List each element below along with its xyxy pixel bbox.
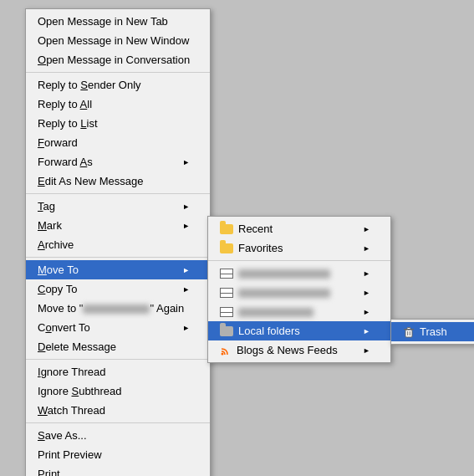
submenu-item-favorites[interactable]: Favorites ►	[208, 238, 390, 258]
submenu-arrow-move-to: ►	[182, 266, 190, 274]
submenu-arrow-favorites: ►	[363, 244, 370, 253]
submenu-item-blogs[interactable]: Blogs & News Feeds ►	[208, 340, 390, 360]
email-icon-account3	[220, 307, 233, 317]
submenu-item-account2[interactable]: ►	[208, 283, 390, 302]
submenu-item-recent[interactable]: Recent ►	[208, 219, 390, 238]
separator-1	[26, 72, 210, 73]
menu-item-save-as[interactable]: Save As...	[26, 426, 210, 445]
menu-item-copy-to[interactable]: Copy To ►	[26, 279, 210, 299]
menu-item-move-to[interactable]: Move To ►	[26, 260, 210, 279]
move-to-submenu: Recent ► Favorites ► ► ► ► Local folders…	[207, 216, 391, 363]
separator-4	[26, 359, 210, 360]
separator-move-1	[208, 260, 390, 261]
rss-icon-blogs	[220, 345, 232, 356]
submenu-item-account1[interactable]: ►	[208, 264, 390, 283]
menu-item-open-new-window[interactable]: Open Message in New Window	[26, 31, 210, 50]
svg-point-5	[222, 352, 224, 355]
submenu-arrow-recent: ►	[363, 225, 370, 233]
trash-icon	[403, 326, 415, 338]
menu-item-forward-as[interactable]: Forward As ►	[26, 152, 210, 171]
menu-item-mark[interactable]: Mark ►	[26, 216, 210, 235]
email-icon-account2	[220, 288, 233, 298]
menu-item-edit-new[interactable]: Edit As New Message	[26, 171, 210, 191]
menu-item-ignore-thread[interactable]: Ignore Thread	[26, 362, 210, 381]
menu-item-print[interactable]: Print...	[26, 464, 210, 476]
menu-item-open-new-tab[interactable]: Open Message in New Tab	[26, 12, 210, 31]
submenu-item-account3[interactable]: ►	[208, 302, 390, 321]
separator-3	[26, 257, 210, 258]
menu-item-ignore-subthread[interactable]: Ignore Subthread	[26, 381, 210, 401]
submenu-item-trash[interactable]: Trash	[391, 322, 474, 341]
local-folders-submenu: Trash	[390, 319, 474, 345]
menu-item-delete-message[interactable]: Delete Message	[26, 337, 210, 356]
submenu-arrow-account3: ►	[363, 308, 370, 316]
menu-item-reply-all[interactable]: Reply to All	[26, 95, 210, 114]
submenu-arrow-local: ►	[363, 327, 370, 335]
separator-2	[26, 193, 210, 194]
menu-item-reply-list[interactable]: Reply to List	[26, 114, 210, 133]
menu-item-archive[interactable]: Archive	[26, 235, 210, 254]
submenu-arrow-account2: ►	[363, 289, 370, 297]
menu-item-convert-to[interactable]: Convert To ►	[26, 318, 210, 337]
context-menu: Open Message in New Tab Open Message in …	[25, 8, 211, 476]
folder-icon-recent	[220, 224, 233, 234]
menu-item-tag[interactable]: Tag ►	[26, 197, 210, 216]
submenu-arrow-forward-as: ►	[182, 158, 190, 166]
email-icon-account1	[220, 269, 233, 279]
submenu-item-local-folders[interactable]: Local folders ► Trash	[208, 321, 390, 340]
svg-rect-2	[407, 327, 410, 329]
menu-item-watch-thread[interactable]: Watch Thread	[26, 401, 210, 420]
submenu-arrow-copy-to: ►	[182, 285, 190, 294]
submenu-arrow-tag: ►	[182, 202, 190, 211]
svg-rect-3	[407, 331, 408, 335]
svg-rect-1	[405, 330, 412, 337]
folder-icon-favorites	[220, 243, 233, 253]
submenu-arrow-blogs: ►	[363, 346, 370, 355]
menu-item-forward[interactable]: Forward	[26, 133, 210, 152]
submenu-arrow-mark: ►	[182, 222, 190, 230]
menu-item-move-to-again[interactable]: Move to "" Again	[26, 299, 210, 318]
submenu-arrow-account1: ►	[363, 269, 370, 278]
menu-item-open-conversation[interactable]: Open Message in Conversation	[26, 50, 210, 69]
separator-5	[26, 422, 210, 423]
menu-item-reply-sender[interactable]: Reply to Sender Only	[26, 75, 210, 95]
svg-rect-4	[410, 331, 410, 335]
menu-item-print-preview[interactable]: Print Preview	[26, 445, 210, 464]
submenu-arrow-convert-to: ►	[182, 324, 190, 332]
folder-icon-local	[220, 326, 233, 336]
